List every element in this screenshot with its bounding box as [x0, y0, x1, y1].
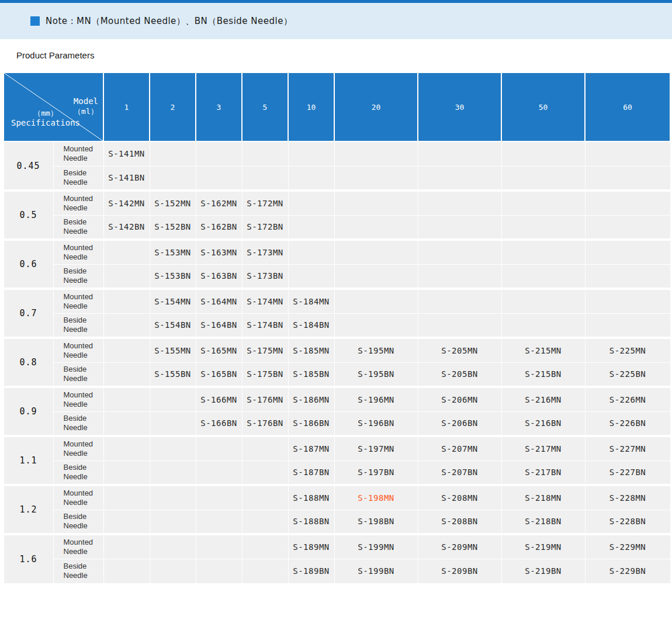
- model-cell-S-209MN[interactable]: S-209MN: [418, 534, 501, 559]
- model-cell-S-229BN[interactable]: S-229BN: [585, 559, 670, 583]
- model-cell-S-199MN[interactable]: S-199MN: [334, 534, 418, 559]
- model-cell-S-175MN[interactable]: S-175MN: [242, 338, 288, 362]
- empty-cell: [196, 485, 242, 510]
- model-cell-S-206MN[interactable]: S-206MN: [418, 387, 501, 411]
- model-cell-S-155BN[interactable]: S-155BN: [150, 362, 196, 387]
- model-cell-S-225BN[interactable]: S-225BN: [585, 362, 670, 387]
- model-cell-S-205MN[interactable]: S-205MN: [418, 338, 501, 362]
- model-cell-S-217BN[interactable]: S-217BN: [501, 461, 585, 485]
- model-cell-S-172BN[interactable]: S-172BN: [242, 215, 288, 240]
- model-cell-S-166BN[interactable]: S-166BN: [196, 411, 242, 436]
- model-cell-S-216BN[interactable]: S-216BN: [501, 411, 585, 436]
- model-cell-S-154BN[interactable]: S-154BN: [150, 313, 196, 338]
- model-cell-S-174MN[interactable]: S-174MN: [242, 289, 288, 313]
- model-cell-S-227BN[interactable]: S-227BN: [585, 461, 670, 485]
- model-cell-S-154MN[interactable]: S-154MN: [150, 289, 196, 313]
- empty-cell: [585, 240, 670, 264]
- empty-cell: [242, 436, 288, 461]
- model-cell-S-197MN[interactable]: S-197MN: [334, 436, 418, 461]
- model-cell-S-155MN[interactable]: S-155MN: [150, 338, 196, 362]
- model-cell-S-175BN[interactable]: S-175BN: [242, 362, 288, 387]
- empty-cell: [242, 534, 288, 559]
- model-cell-S-207MN[interactable]: S-207MN: [418, 436, 501, 461]
- model-cell-S-162MN[interactable]: S-162MN: [196, 191, 242, 215]
- model-cell-S-228BN[interactable]: S-228BN: [585, 510, 670, 534]
- model-cell-S-141BN[interactable]: S-141BN: [103, 166, 150, 191]
- model-cell-S-207BN[interactable]: S-207BN: [418, 461, 501, 485]
- model-cell-S-187BN[interactable]: S-187BN: [288, 461, 334, 485]
- model-cell-S-173MN[interactable]: S-173MN: [242, 240, 288, 264]
- model-cell-S-226MN[interactable]: S-226MN: [585, 387, 670, 411]
- model-cell-S-184MN[interactable]: S-184MN: [288, 289, 334, 313]
- model-cell-S-197BN[interactable]: S-197BN: [334, 461, 418, 485]
- model-cell-S-185BN[interactable]: S-185BN: [288, 362, 334, 387]
- model-cell-S-216MN[interactable]: S-216MN: [501, 387, 585, 411]
- model-cell-S-196MN[interactable]: S-196MN: [334, 387, 418, 411]
- empty-cell: [585, 166, 670, 191]
- empty-cell: [196, 436, 242, 461]
- model-cell-S-205BN[interactable]: S-205BN: [418, 362, 501, 387]
- model-cell-S-152MN[interactable]: S-152MN: [150, 191, 196, 215]
- model-cell-S-215MN[interactable]: S-215MN: [501, 338, 585, 362]
- model-cell-S-189BN[interactable]: S-189BN: [288, 559, 334, 583]
- model-cell-S-226BN[interactable]: S-226BN: [585, 411, 670, 436]
- model-cell-S-163BN[interactable]: S-163BN: [196, 264, 242, 289]
- model-cell-S-162BN[interactable]: S-162BN: [196, 215, 242, 240]
- model-cell-S-209BN[interactable]: S-209BN: [418, 559, 501, 583]
- model-cell-S-186MN[interactable]: S-186MN: [288, 387, 334, 411]
- model-cell-S-225MN[interactable]: S-225MN: [585, 338, 670, 362]
- model-cell-S-187MN[interactable]: S-187MN: [288, 436, 334, 461]
- model-cell-S-166MN[interactable]: S-166MN: [196, 387, 242, 411]
- model-cell-S-215BN[interactable]: S-215BN: [501, 362, 585, 387]
- empty-cell: [242, 141, 288, 166]
- model-cell-S-152BN[interactable]: S-152BN: [150, 215, 196, 240]
- model-cell-S-164BN[interactable]: S-164BN: [196, 313, 242, 338]
- model-cell-S-229MN[interactable]: S-229MN: [585, 534, 670, 559]
- model-cell-S-163MN[interactable]: S-163MN: [196, 240, 242, 264]
- model-cell-S-198MN[interactable]: S-198MN: [334, 485, 418, 510]
- model-cell-S-141MN[interactable]: S-141MN: [103, 141, 150, 166]
- model-cell-S-142BN[interactable]: S-142BN: [103, 215, 150, 240]
- model-cell-S-196BN[interactable]: S-196BN: [334, 411, 418, 436]
- mounted-needle-label: Mounted Needle: [53, 338, 103, 362]
- model-cell-S-165MN[interactable]: S-165MN: [196, 338, 242, 362]
- model-cell-S-208BN[interactable]: S-208BN: [418, 510, 501, 534]
- model-cell-S-195MN[interactable]: S-195MN: [334, 338, 418, 362]
- empty-cell: [334, 191, 418, 215]
- model-cell-S-199BN[interactable]: S-199BN: [334, 559, 418, 583]
- model-cell-S-186BN[interactable]: S-186BN: [288, 411, 334, 436]
- empty-cell: [501, 240, 585, 264]
- empty-cell: [501, 191, 585, 215]
- model-cell-S-185MN[interactable]: S-185MN: [288, 338, 334, 362]
- model-cell-S-219MN[interactable]: S-219MN: [501, 534, 585, 559]
- model-cell-S-188BN[interactable]: S-188BN: [288, 510, 334, 534]
- model-cell-S-208MN[interactable]: S-208MN: [418, 485, 501, 510]
- row-beside-1.2: Beside NeedleS-188BNS-198BNS-208BNS-218B…: [4, 510, 670, 534]
- model-cell-S-227MN[interactable]: S-227MN: [585, 436, 670, 461]
- model-cell-S-189MN[interactable]: S-189MN: [288, 534, 334, 559]
- model-cell-S-228MN[interactable]: S-228MN: [585, 485, 670, 510]
- beside-needle-label: Beside Needle: [53, 411, 103, 436]
- model-cell-S-188MN[interactable]: S-188MN: [288, 485, 334, 510]
- model-cell-S-218BN[interactable]: S-218BN: [501, 510, 585, 534]
- empty-cell: [418, 313, 501, 338]
- model-cell-S-219BN[interactable]: S-219BN: [501, 559, 585, 583]
- empty-cell: [418, 264, 501, 289]
- model-cell-S-164MN[interactable]: S-164MN: [196, 289, 242, 313]
- model-cell-S-153BN[interactable]: S-153BN: [150, 264, 196, 289]
- model-cell-S-174BN[interactable]: S-174BN: [242, 313, 288, 338]
- model-cell-S-165BN[interactable]: S-165BN: [196, 362, 242, 387]
- empty-cell: [196, 510, 242, 534]
- model-cell-S-217MN[interactable]: S-217MN: [501, 436, 585, 461]
- model-cell-S-142MN[interactable]: S-142MN: [103, 191, 150, 215]
- model-cell-S-172MN[interactable]: S-172MN: [242, 191, 288, 215]
- model-cell-S-176MN[interactable]: S-176MN: [242, 387, 288, 411]
- model-cell-S-218MN[interactable]: S-218MN: [501, 485, 585, 510]
- model-cell-S-206BN[interactable]: S-206BN: [418, 411, 501, 436]
- model-cell-S-173BN[interactable]: S-173BN: [242, 264, 288, 289]
- model-cell-S-195BN[interactable]: S-195BN: [334, 362, 418, 387]
- model-cell-S-176BN[interactable]: S-176BN: [242, 411, 288, 436]
- model-cell-S-184BN[interactable]: S-184BN: [288, 313, 334, 338]
- model-cell-S-153MN[interactable]: S-153MN: [150, 240, 196, 264]
- model-cell-S-198BN[interactable]: S-198BN: [334, 510, 418, 534]
